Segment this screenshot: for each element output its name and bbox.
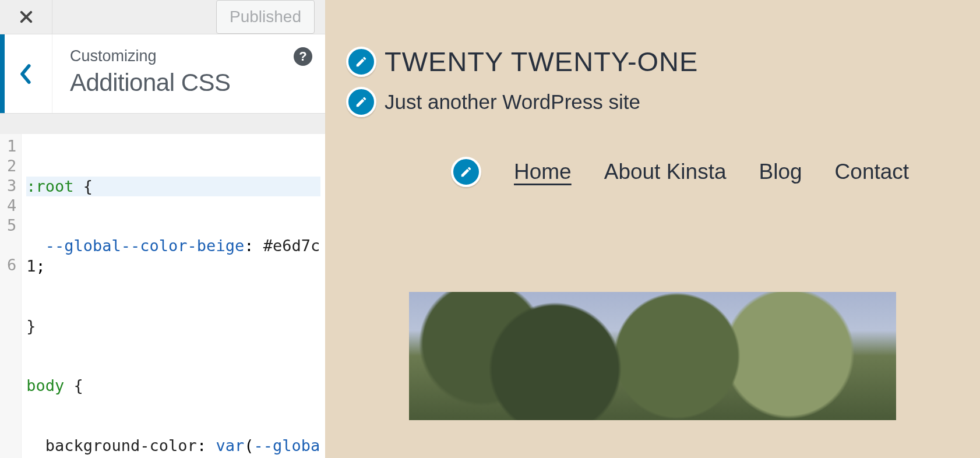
line-number: 4 <box>7 196 16 216</box>
publish-button[interactable]: Published <box>216 0 315 34</box>
site-preview[interactable]: TWENTY TWENTY-ONE Just another WordPress… <box>325 0 980 458</box>
line-number: 1 <box>7 136 16 156</box>
site-header: TWENTY TWENTY-ONE Just another WordPress… <box>325 45 980 187</box>
code-line: :root { <box>26 177 320 196</box>
chevron-left-icon <box>18 62 34 86</box>
line-number: 3 <box>7 176 16 196</box>
pencil-icon <box>355 55 368 68</box>
code-textarea[interactable]: :root { --global--color-beige: #e6d7c1; … <box>22 134 325 458</box>
customizer-topbar: Published <box>0 0 325 34</box>
nav-home[interactable]: Home <box>514 160 572 184</box>
site-title-row: TWENTY TWENTY-ONE <box>346 45 980 77</box>
panel-title: Additional CSS <box>70 69 308 97</box>
panel-title-area: Customizing Additional CSS ? <box>52 34 325 113</box>
close-icon <box>18 9 34 25</box>
nav-contact[interactable]: Contact <box>835 160 910 184</box>
line-number: 6 <box>7 255 16 275</box>
pencil-icon <box>460 165 473 178</box>
line-number: 5 <box>7 216 16 255</box>
panel-subtitle: Customizing <box>70 47 308 65</box>
site-tagline[interactable]: Just another WordPress site <box>385 90 640 114</box>
edit-shortcut-tagline[interactable] <box>346 87 376 117</box>
nav-about[interactable]: About Kinsta <box>604 160 727 184</box>
topbar-actions: Published <box>52 0 325 34</box>
close-button[interactable] <box>0 0 52 34</box>
site-tagline-row: Just another WordPress site <box>346 87 980 117</box>
edit-shortcut-nav[interactable] <box>451 157 481 187</box>
code-line: background-color: var(--global--color-be… <box>26 436 320 458</box>
css-editor[interactable]: 1 2 3 4 5 6 :root { --global--color-beig… <box>0 134 325 458</box>
edit-shortcut-title[interactable] <box>346 47 376 77</box>
primary-nav: Home About Kinsta Blog Contact <box>346 157 980 187</box>
line-number: 2 <box>7 156 16 176</box>
panel-header: Customizing Additional CSS ? <box>0 34 325 114</box>
line-gutter: 1 2 3 4 5 6 <box>0 134 22 458</box>
site-title[interactable]: TWENTY TWENTY-ONE <box>385 45 698 77</box>
code-line: body { <box>26 376 320 396</box>
back-button[interactable] <box>0 34 52 113</box>
hero-image <box>409 292 896 420</box>
code-line: --global--color-beige: #e6d7c1; <box>26 236 320 276</box>
help-button[interactable]: ? <box>294 47 312 66</box>
code-line: } <box>26 316 320 336</box>
nav-blog[interactable]: Blog <box>759 160 802 184</box>
customizer-sidebar: Published Customizing Additional CSS ? 1… <box>0 0 325 458</box>
pencil-icon <box>355 96 368 108</box>
